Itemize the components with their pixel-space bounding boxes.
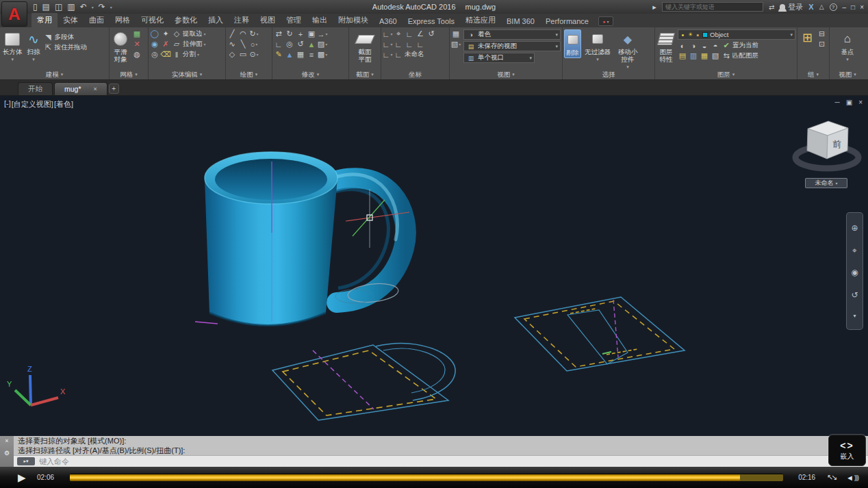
embed-button[interactable]: <> 嵌入 bbox=[828, 435, 866, 466]
tab-performance[interactable]: Performance bbox=[540, 15, 594, 27]
circle-icon[interactable] bbox=[249, 40, 259, 49]
layer-dropdown[interactable]: Object ▾ bbox=[678, 29, 795, 40]
tab-insert[interactable]: 插入 bbox=[203, 13, 229, 27]
explode-icon[interactable] bbox=[285, 50, 294, 59]
command-customize-icon[interactable]: ⚙ bbox=[4, 450, 10, 457]
construction-line[interactable] bbox=[195, 322, 218, 324]
file-tab-start[interactable]: 开始 bbox=[18, 82, 53, 95]
section-plane-button[interactable]: 截面平面 bbox=[355, 29, 374, 64]
panel-label-groups[interactable]: 组 bbox=[797, 70, 829, 79]
revolve-profile-sketch[interactable] bbox=[515, 297, 685, 371]
panel-label-draw[interactable]: 绘图 bbox=[226, 70, 272, 79]
tab-featured-apps[interactable]: 精选应用 bbox=[460, 13, 501, 27]
dwg-restore-icon[interactable]: ▣ bbox=[846, 99, 852, 106]
plot-icon[interactable]: ▥ bbox=[67, 2, 75, 12]
command-close-icon[interactable]: × bbox=[5, 437, 8, 444]
command-chip-icon[interactable]: ▸▾ bbox=[17, 457, 35, 465]
rectangle-icon[interactable] bbox=[238, 50, 248, 59]
tab-a360[interactable]: A360 bbox=[374, 15, 403, 27]
layer-properties-button[interactable]: 图层特性 bbox=[656, 29, 676, 64]
dwg-minimize-icon[interactable]: ─ bbox=[835, 99, 840, 106]
play-button[interactable]: ▶ bbox=[18, 472, 26, 484]
save-file-icon[interactable]: ◫ bbox=[55, 2, 62, 12]
panel-label-view[interactable]: 视图 bbox=[450, 70, 562, 79]
tab-solid[interactable]: 实体 bbox=[58, 13, 84, 27]
ucs-name-display[interactable]: 未命名 bbox=[394, 50, 424, 59]
undo-dropdown-icon[interactable]: ▾ bbox=[92, 5, 94, 10]
ellipse-icon[interactable] bbox=[249, 50, 259, 59]
viewport-style-control[interactable]: [着色] bbox=[54, 99, 73, 110]
ungroup-icon[interactable] bbox=[817, 29, 827, 38]
ucs-face-icon[interactable] bbox=[383, 40, 392, 49]
chamfer-icon[interactable] bbox=[318, 40, 327, 49]
zoom-icon[interactable]: ◉ bbox=[851, 268, 858, 277]
tab-view[interactable]: 视图 bbox=[255, 13, 281, 27]
ucs-object-icon[interactable] bbox=[394, 40, 403, 49]
extract-edges-button[interactable]: 提取边 bbox=[172, 29, 206, 38]
panel-label-solid-editing[interactable]: 实体编辑 bbox=[149, 70, 225, 79]
viewport-view-control[interactable]: [自定义视图] bbox=[12, 99, 53, 110]
tab-mesh[interactable]: 网格 bbox=[110, 13, 136, 27]
revision-cloud-icon[interactable] bbox=[249, 29, 259, 38]
xline-icon[interactable] bbox=[238, 40, 248, 49]
panel-label-view-base[interactable]: 视图 bbox=[830, 70, 865, 79]
ucs-world-icon[interactable] bbox=[405, 29, 414, 38]
a360-icon[interactable]: △ bbox=[819, 3, 824, 10]
erase-icon[interactable] bbox=[296, 50, 305, 59]
command-input-placeholder[interactable]: 键入命令 bbox=[39, 457, 69, 467]
orbit-icon[interactable]: ↺ bbox=[851, 290, 858, 300]
mirror-icon[interactable] bbox=[296, 40, 305, 49]
box-button[interactable]: 长方体 bbox=[1, 29, 24, 63]
gizmo-button[interactable]: 移动小控件 bbox=[614, 29, 641, 70]
tab-express-tools[interactable]: Express Tools bbox=[403, 15, 460, 27]
tab-bim360[interactable]: BIM 360 bbox=[501, 15, 540, 27]
dwg-close-icon[interactable]: × bbox=[858, 99, 863, 106]
signin-button[interactable]: 登录 bbox=[780, 2, 803, 12]
search-flyout-icon[interactable]: ▸ bbox=[652, 3, 656, 12]
layer-walk-icon[interactable] bbox=[678, 51, 687, 60]
mesh-options-icon[interactable] bbox=[132, 50, 142, 59]
panel-label-coordinates[interactable]: 坐标 bbox=[381, 70, 449, 79]
move-icon[interactable] bbox=[274, 29, 283, 38]
viewport-config-dropdown[interactable]: 单个视口 ▾ bbox=[463, 53, 535, 63]
clean-icon[interactable] bbox=[161, 50, 170, 59]
showmotion-icon[interactable]: ▾ bbox=[853, 313, 856, 319]
undo-icon[interactable]: ↶ bbox=[80, 2, 87, 12]
ucs-icon-button[interactable] bbox=[383, 29, 392, 38]
base-point-button[interactable]: 基点 bbox=[840, 29, 856, 63]
ucs-named-icon[interactable] bbox=[383, 50, 392, 59]
group-edit-icon[interactable] bbox=[817, 40, 827, 49]
pan-icon[interactable]: ⌖ bbox=[852, 246, 857, 255]
seek-bar[interactable] bbox=[70, 474, 783, 481]
layer-freeze-icon[interactable] bbox=[700, 41, 709, 50]
subtract-icon[interactable] bbox=[150, 40, 159, 49]
viewcube[interactable]: 前 未命名▾ bbox=[784, 110, 867, 200]
fillet-edge-icon[interactable] bbox=[161, 29, 170, 38]
redo-icon[interactable]: ↷ bbox=[99, 2, 105, 12]
file-tab-close-icon[interactable]: × bbox=[94, 86, 97, 92]
viewport-minus-control[interactable]: [-] bbox=[4, 99, 11, 110]
edit-polyline-icon[interactable] bbox=[274, 50, 283, 59]
visual-style-dropdown[interactable]: 着色 ▾ bbox=[463, 29, 561, 40]
ucs-origin-icon[interactable] bbox=[394, 29, 403, 38]
tab-home[interactable]: 常用 bbox=[31, 13, 58, 27]
interfere-icon[interactable] bbox=[161, 40, 170, 49]
layer-unisolate-icon[interactable] bbox=[689, 51, 698, 60]
view-tools-icon[interactable] bbox=[451, 29, 461, 38]
layer-lock-button-icon[interactable] bbox=[711, 41, 720, 50]
fullscreen-icon[interactable]: ↖↘ bbox=[827, 473, 835, 482]
ucs-3point-icon[interactable] bbox=[416, 40, 425, 49]
new-file-icon[interactable]: ▯ bbox=[33, 2, 38, 12]
extrude-faces-button[interactable]: 拉伸面 bbox=[172, 40, 206, 49]
mug-3d-model[interactable] bbox=[205, 152, 406, 326]
volume-icon[interactable]: ◄))) bbox=[846, 474, 858, 482]
view-tools2-icon[interactable] bbox=[451, 40, 461, 49]
drawing-canvas[interactable]: Z Y X [-] [自定义视图] [着色] ─ ▣ × 前 bbox=[0, 96, 868, 436]
culling-toggle-button[interactable]: 剔除 bbox=[564, 29, 581, 58]
new-drawing-tab-button[interactable]: + bbox=[109, 84, 119, 94]
rotate-icon[interactable] bbox=[285, 29, 294, 38]
trim-icon[interactable] bbox=[307, 40, 316, 49]
panel-label-section[interactable]: 截面 bbox=[349, 70, 381, 79]
minimize-button[interactable]: – bbox=[843, 3, 847, 11]
named-view-dropdown[interactable]: 未保存的视图 ▾ bbox=[463, 41, 561, 51]
